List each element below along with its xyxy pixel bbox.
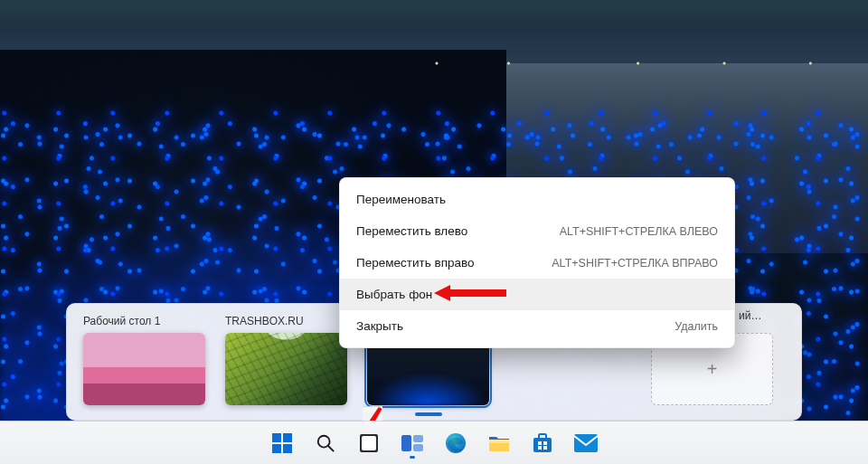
plus-icon: + (707, 359, 718, 380)
virtual-desktop-item[interactable]: Рабочий стол 1 (83, 315, 205, 405)
svg-line-8 (328, 445, 334, 450)
menu-item-label: Выбрать фон (356, 288, 432, 301)
recents-icon (359, 433, 379, 453)
mail-button[interactable] (567, 425, 605, 461)
menu-item-label: Закрыть (356, 319, 403, 333)
store-icon (532, 432, 553, 454)
virtual-desktop-label: TRASHBOX.RU (225, 315, 347, 329)
svg-rect-20 (543, 441, 547, 445)
menu-item-label: Переместить влево (356, 224, 467, 238)
taskview-icon (401, 433, 423, 453)
svg-rect-16 (489, 440, 509, 443)
menu-item-choose-background[interactable]: Выбрать фон (340, 279, 734, 310)
svg-rect-19 (538, 441, 542, 445)
menu-item-move-left[interactable]: Переместить влево ALT+SHIFT+СТРЕЛКА ВЛЕВ… (340, 215, 734, 247)
start-button[interactable] (263, 425, 301, 461)
store-button[interactable] (524, 425, 561, 461)
menu-item-label: Переименовать (356, 193, 446, 206)
desktop-context-menu: Переименовать Переместить влево ALT+SHIF… (339, 177, 735, 348)
svg-rect-21 (538, 446, 542, 450)
explorer-icon (488, 433, 510, 453)
explorer-button[interactable] (480, 425, 518, 461)
menu-item-accel: ALT+SHIFT+СТРЕЛКА ВПРАВО (552, 257, 718, 270)
virtual-desktop-indicator (415, 412, 442, 416)
menu-item-accel: ALT+SHIFT+СТРЕЛКА ВЛЕВО (560, 225, 718, 238)
search-button[interactable] (307, 425, 344, 461)
svg-rect-5 (272, 444, 281, 453)
svg-rect-17 (533, 438, 552, 452)
svg-rect-23 (574, 434, 598, 452)
svg-rect-12 (413, 435, 423, 442)
menu-item-rename[interactable]: Переименовать (340, 184, 734, 215)
menu-item-accel: Удалить (675, 320, 718, 333)
mail-icon (574, 434, 598, 452)
taskbar (0, 421, 868, 464)
svg-rect-3 (272, 433, 281, 442)
svg-rect-10 (362, 436, 376, 450)
search-icon (316, 433, 335, 453)
menu-item-label: Переместить вправо (356, 256, 475, 270)
virtual-desktop-label: ий… (739, 309, 761, 322)
recents-button[interactable] (350, 425, 388, 461)
virtual-desktop-thumb[interactable] (83, 333, 205, 405)
edge-button[interactable] (437, 425, 475, 461)
virtual-desktop-thumb[interactable] (225, 333, 347, 405)
svg-rect-6 (283, 444, 292, 453)
virtual-desktop-label: Рабочий стол 1 (83, 315, 205, 329)
svg-point-7 (318, 435, 330, 447)
svg-rect-11 (401, 435, 411, 451)
edge-icon (445, 432, 467, 454)
taskview-button[interactable] (393, 425, 431, 461)
svg-rect-13 (413, 444, 423, 451)
svg-rect-18 (539, 434, 546, 439)
svg-rect-4 (283, 433, 292, 442)
menu-item-close[interactable]: Закрыть Удалить (340, 310, 734, 342)
menu-item-move-right[interactable]: Переместить вправо ALT+SHIFT+СТРЕЛКА ВПР… (340, 247, 734, 279)
svg-rect-22 (543, 446, 547, 450)
virtual-desktop-item[interactable]: TRASHBOX.RU (225, 315, 347, 405)
start-icon (272, 433, 292, 453)
